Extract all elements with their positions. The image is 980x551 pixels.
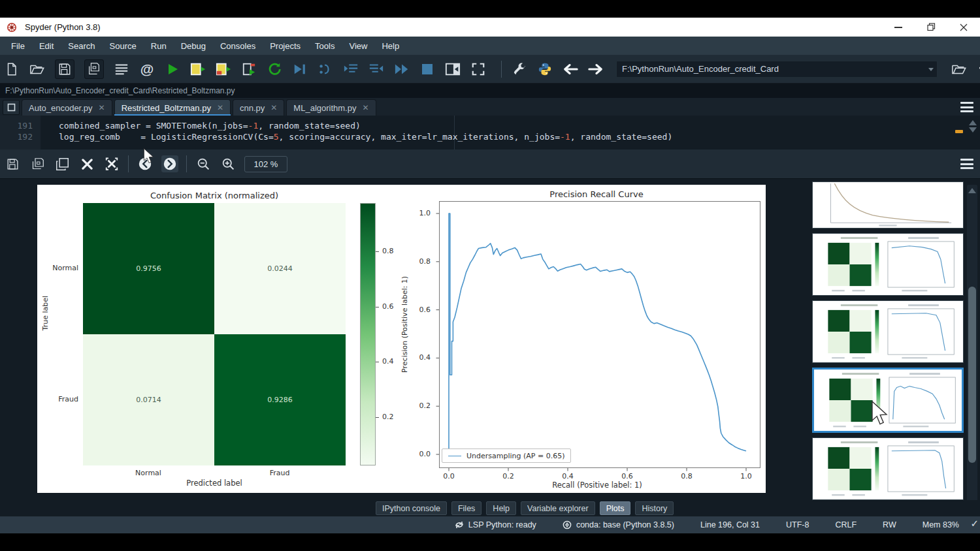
editor-tab-auto_encoder-py[interactable]: Auto_encoder.py✕ bbox=[22, 99, 112, 116]
pane-tab-ipython-console[interactable]: IPython console bbox=[376, 501, 447, 515]
thumb-scroll-up-icon[interactable] bbox=[968, 188, 976, 193]
menu-item-source[interactable]: Source bbox=[110, 41, 137, 51]
next-plot-icon[interactable] bbox=[161, 155, 178, 172]
tab-close-icon[interactable]: ✕ bbox=[270, 104, 277, 112]
copy-plot-icon[interactable] bbox=[54, 155, 71, 172]
thumb-scroll-handle[interactable] bbox=[968, 287, 976, 463]
working-directory-input[interactable] bbox=[616, 61, 938, 78]
menu-item-projects[interactable]: Projects bbox=[270, 41, 301, 51]
remove-all-plots-icon[interactable] bbox=[103, 155, 120, 172]
scroll-down-icon[interactable] bbox=[969, 127, 977, 133]
window-title: Spyder (Python 3.8) bbox=[25, 22, 101, 32]
editor-tab-cnn-py[interactable]: cnn.py✕ bbox=[233, 99, 284, 116]
pane-tab-files[interactable]: Files bbox=[451, 501, 482, 515]
tab-close-icon[interactable]: ✕ bbox=[362, 104, 368, 112]
editor-tab-ml_algorithm-py[interactable]: ML_algorithm.py✕ bbox=[286, 99, 376, 116]
plots-options-menu-icon[interactable] bbox=[960, 159, 973, 169]
outline-icon[interactable] bbox=[114, 61, 129, 77]
open-file-icon[interactable] bbox=[29, 61, 45, 77]
menu-item-help[interactable]: Help bbox=[382, 41, 399, 51]
debug-file-icon[interactable] bbox=[292, 61, 308, 77]
back-icon[interactable] bbox=[563, 61, 578, 77]
restore-button[interactable] bbox=[915, 18, 947, 37]
continue-execution-icon[interactable] bbox=[394, 61, 410, 77]
save-file-icon[interactable] bbox=[55, 59, 74, 79]
thumbnail-confusion-pr-plot-2[interactable] bbox=[812, 300, 964, 363]
remove-plot-icon[interactable] bbox=[78, 155, 95, 172]
spyder-window: Spyder (Python 3.8) FileEditSearchSource… bbox=[0, 0, 980, 551]
pane-tab-help[interactable]: Help bbox=[486, 501, 516, 515]
thumbnail-confusion-pr-plot-4[interactable] bbox=[812, 437, 964, 500]
pr-xtick-1.0: 1.0 bbox=[733, 472, 759, 480]
zoom-in-icon[interactable] bbox=[220, 155, 237, 172]
stop-debug-icon[interactable] bbox=[419, 61, 435, 77]
pr-xtick-0.6: 0.6 bbox=[614, 472, 640, 480]
menu-item-run[interactable]: Run bbox=[151, 41, 167, 51]
plots-toolbar-separator-1 bbox=[128, 155, 129, 172]
browse-tabs-icon[interactable] bbox=[3, 100, 20, 115]
editor-tab-restricted_boltzman-py[interactable]: Restricted_Boltzman.py✕ bbox=[114, 99, 231, 116]
menu-item-view[interactable]: View bbox=[349, 41, 367, 51]
editor-options-menu-icon[interactable] bbox=[960, 102, 973, 112]
directory-dropdown-caret[interactable] bbox=[928, 68, 934, 71]
open-panel-icon[interactable] bbox=[445, 61, 461, 77]
tab-label: Auto_encoder.py bbox=[29, 103, 93, 113]
parent-directory-icon[interactable] bbox=[977, 61, 980, 77]
pane-tab-variable-explorer[interactable]: Variable explorer bbox=[521, 501, 595, 515]
tab-close-icon[interactable]: ✕ bbox=[217, 104, 223, 112]
conda-env-status[interactable]: conda: base (Python 3.8.5) bbox=[563, 520, 674, 529]
menu-item-edit[interactable]: Edit bbox=[39, 41, 54, 51]
menu-item-file[interactable]: File bbox=[11, 41, 25, 51]
pr-xtick-0.0: 0.0 bbox=[436, 472, 462, 480]
symbol-finder-icon[interactable]: @ bbox=[139, 61, 155, 77]
zoom-out-icon[interactable] bbox=[195, 155, 212, 172]
thumbnail-loss-decay-plot[interactable] bbox=[812, 181, 964, 228]
minimize-button[interactable] bbox=[882, 18, 915, 37]
editor-scrollbar[interactable] bbox=[967, 118, 979, 147]
pr-ytick-0.8: 0.8 bbox=[410, 257, 431, 266]
menu-item-tools[interactable]: Tools bbox=[315, 41, 335, 51]
thumbnails-scrollbar[interactable] bbox=[967, 185, 977, 551]
preferences-wrench-icon[interactable] bbox=[512, 61, 527, 77]
pane-tab-history[interactable]: History bbox=[635, 501, 674, 515]
pr-ylabel: Precision (Positive label: 1) bbox=[400, 276, 409, 373]
previous-plot-icon[interactable] bbox=[137, 155, 154, 172]
step-into-icon[interactable] bbox=[343, 61, 359, 77]
thumbnail-confusion-pr-plot-3-selected[interactable] bbox=[812, 368, 964, 433]
run-file-icon[interactable] bbox=[165, 61, 180, 77]
menu-item-search[interactable]: Search bbox=[68, 41, 95, 51]
scroll-up-icon[interactable] bbox=[969, 120, 977, 125]
spyder-logo-icon bbox=[7, 22, 17, 33]
pr-xtick-0.2: 0.2 bbox=[495, 472, 521, 480]
save-all-icon[interactable] bbox=[84, 59, 104, 79]
maximize-pane-icon[interactable] bbox=[470, 61, 486, 77]
titlebar[interactable]: Spyder (Python 3.8) bbox=[0, 18, 980, 37]
debug-step-icon[interactable] bbox=[318, 61, 333, 77]
working-directory-field bbox=[616, 61, 938, 78]
tab-close-icon[interactable]: ✕ bbox=[99, 104, 105, 112]
forward-icon[interactable] bbox=[588, 61, 604, 77]
menu-item-debug[interactable]: Debug bbox=[181, 41, 206, 51]
run-cell-advance-icon[interactable] bbox=[216, 61, 231, 77]
menu-item-consoles[interactable]: Consoles bbox=[220, 41, 255, 51]
tab-label: ML_algorithm.py bbox=[293, 103, 356, 113]
pr-xlabel: Recall (Positive label: 1) bbox=[499, 480, 695, 490]
close-button[interactable] bbox=[947, 18, 980, 37]
memory-status: Mem 83% bbox=[923, 520, 959, 529]
zoom-level-field[interactable]: 102 % bbox=[244, 156, 287, 172]
step-return-icon[interactable] bbox=[368, 61, 384, 77]
save-plot-icon[interactable] bbox=[4, 155, 21, 172]
python-env-icon[interactable] bbox=[537, 61, 553, 77]
save-all-plots-icon[interactable] bbox=[29, 155, 46, 172]
code-editor[interactable]: 191combined_sampler = SMOTETomek(n_jobs=… bbox=[0, 116, 980, 150]
eol-status: CRLF bbox=[835, 520, 857, 529]
browse-directory-icon[interactable] bbox=[951, 61, 967, 77]
restart-kernel-icon[interactable] bbox=[267, 61, 282, 77]
thumbnail-confusion-pr-plot-1[interactable] bbox=[812, 233, 964, 296]
lsp-status[interactable]: LSP Python: ready bbox=[455, 520, 536, 529]
run-cell-icon[interactable] bbox=[190, 61, 206, 77]
run-selection-icon[interactable] bbox=[241, 61, 257, 77]
plot-figure: Confusion Matrix (normalized) 0.97560.02… bbox=[37, 185, 766, 493]
new-file-icon[interactable] bbox=[4, 61, 20, 77]
pane-tab-plots[interactable]: Plots bbox=[600, 501, 631, 515]
